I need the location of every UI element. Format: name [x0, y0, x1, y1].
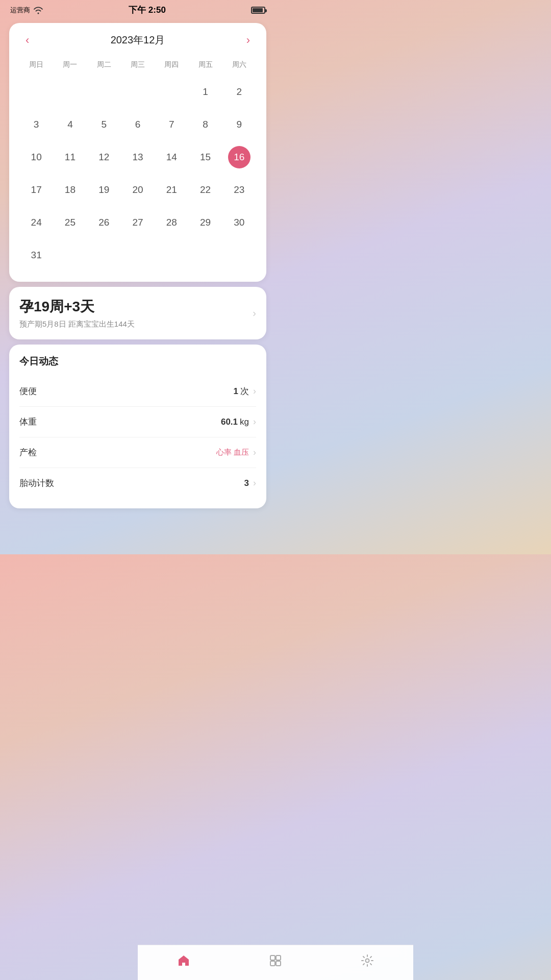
- calendar-day[interactable]: 13: [121, 141, 155, 174]
- prev-month-button[interactable]: ‹: [19, 32, 35, 49]
- today-section-title: 今日动态: [19, 355, 256, 368]
- calendar-day[interactable]: 1: [188, 76, 222, 108]
- day-number: 11: [59, 146, 81, 168]
- checkup-chevron-icon: ›: [253, 447, 256, 458]
- calendar-day[interactable]: 24: [19, 206, 53, 239]
- weekday-label: 周一: [53, 57, 87, 76]
- calendar-day[interactable]: 5: [87, 108, 121, 141]
- day-number: 31: [25, 244, 47, 266]
- calendar-day[interactable]: 14: [155, 141, 188, 174]
- day-number: 15: [194, 146, 217, 168]
- calendar-days: 1234567891011121314151617181920212223242…: [19, 76, 256, 272]
- weight-row[interactable]: 体重 60.1 kg ›: [19, 407, 256, 437]
- calendar-grid: 周日周一周二周三周四周五周六: [19, 57, 256, 76]
- weight-label: 体重: [19, 416, 37, 428]
- day-number: 4: [59, 113, 81, 136]
- day-number: 14: [160, 146, 183, 168]
- calendar-day[interactable]: 27: [121, 206, 155, 239]
- day-number: 28: [160, 211, 183, 234]
- calendar-day[interactable]: 3: [19, 108, 53, 141]
- day-number: 12: [93, 146, 115, 168]
- calendar-empty-cell: [121, 76, 155, 108]
- day-number: 23: [228, 179, 251, 201]
- calendar-day[interactable]: 31: [19, 239, 53, 272]
- calendar-day[interactable]: 28: [155, 206, 188, 239]
- day-number: 24: [25, 211, 47, 234]
- calendar-day[interactable]: 12: [87, 141, 121, 174]
- day-number: 18: [59, 179, 81, 201]
- day-number: 6: [127, 113, 149, 136]
- day-number: 27: [127, 211, 149, 234]
- calendar-day[interactable]: 9: [222, 108, 256, 141]
- weekday-label: 周六: [222, 57, 256, 76]
- day-number: 22: [194, 179, 217, 201]
- calendar-empty-cell: [53, 76, 87, 108]
- calendar-day[interactable]: 19: [87, 174, 121, 206]
- pregnancy-title: 孕19周+3天: [19, 297, 135, 316]
- battery-fill: [253, 8, 263, 12]
- wifi-icon: [33, 6, 43, 14]
- calendar-day[interactable]: 2: [222, 76, 256, 108]
- pregnancy-card[interactable]: 孕19周+3天 预产期5月8日 距离宝宝出生144天 ›: [9, 287, 266, 339]
- calendar-day[interactable]: 18: [53, 174, 87, 206]
- stool-value: 1 次 ›: [234, 385, 256, 397]
- checkup-value: 心率 血压 ›: [216, 447, 256, 458]
- day-number: 30: [228, 211, 251, 234]
- day-number: 2: [228, 81, 251, 103]
- status-right: [251, 7, 265, 14]
- calendar-day[interactable]: 21: [155, 174, 188, 206]
- stool-row[interactable]: 便便 1 次 ›: [19, 376, 256, 407]
- day-number: 1: [194, 81, 217, 103]
- day-number: 19: [93, 179, 115, 201]
- fetal-label: 胎动计数: [19, 477, 54, 489]
- calendar-day[interactable]: 29: [188, 206, 222, 239]
- day-number: 5: [93, 113, 115, 136]
- day-number: 9: [228, 113, 251, 136]
- fetal-row[interactable]: 胎动计数 3 ›: [19, 468, 256, 498]
- calendar-day[interactable]: 25: [53, 206, 87, 239]
- checkup-detail: 心率 血压: [216, 448, 249, 457]
- calendar-day[interactable]: 22: [188, 174, 222, 206]
- day-number: 3: [25, 113, 47, 136]
- calendar-day[interactable]: 4: [53, 108, 87, 141]
- calendar-title: 2023年12月: [111, 33, 165, 47]
- calendar-day[interactable]: 11: [53, 141, 87, 174]
- calendar-empty-cell: [19, 76, 53, 108]
- today-card: 今日动态 便便 1 次 › 体重 60.1 kg › 产检 心率 血压 › 胎动…: [9, 345, 266, 508]
- calendar-day[interactable]: 6: [121, 108, 155, 141]
- checkup-row[interactable]: 产检 心率 血压 ›: [19, 437, 256, 468]
- next-month-button[interactable]: ›: [240, 32, 256, 49]
- calendar-day[interactable]: 30: [222, 206, 256, 239]
- day-number: 25: [59, 211, 81, 234]
- carrier-label: 运营商: [10, 6, 30, 15]
- pregnancy-subtitle: 预产期5月8日 距离宝宝出生144天: [19, 320, 135, 329]
- today-circle: 16: [228, 146, 251, 168]
- fetal-value: 3 ›: [244, 478, 256, 488]
- stool-label: 便便: [19, 385, 37, 397]
- calendar-day[interactable]: 10: [19, 141, 53, 174]
- day-number: 10: [25, 146, 47, 168]
- day-number: 21: [160, 179, 183, 201]
- day-number: 26: [93, 211, 115, 234]
- calendar-day[interactable]: 17: [19, 174, 53, 206]
- calendar-day[interactable]: 8: [188, 108, 222, 141]
- calendar-day[interactable]: 15: [188, 141, 222, 174]
- weekday-label: 周日: [19, 57, 53, 76]
- day-number: 20: [127, 179, 149, 201]
- calendar-day[interactable]: 23: [222, 174, 256, 206]
- calendar-day[interactable]: 20: [121, 174, 155, 206]
- calendar-day[interactable]: 7: [155, 108, 188, 141]
- battery-icon: [251, 7, 265, 14]
- day-number: 7: [160, 113, 183, 136]
- weight-value: 60.1 kg ›: [221, 416, 256, 427]
- day-number: 8: [194, 113, 217, 136]
- calendar-header: ‹ 2023年12月 ›: [19, 33, 256, 47]
- calendar-day[interactable]: 26: [87, 206, 121, 239]
- status-left: 运营商: [10, 6, 43, 15]
- weekday-label: 周五: [188, 57, 222, 76]
- weight-unit: kg: [240, 417, 249, 427]
- calendar-day[interactable]: 16: [222, 141, 256, 174]
- weight-number: 60.1: [221, 417, 238, 427]
- status-bar: 运营商 下午 2:50: [0, 0, 276, 18]
- calendar-card: ‹ 2023年12月 › 周日周一周二周三周四周五周六 123456789101…: [9, 23, 266, 282]
